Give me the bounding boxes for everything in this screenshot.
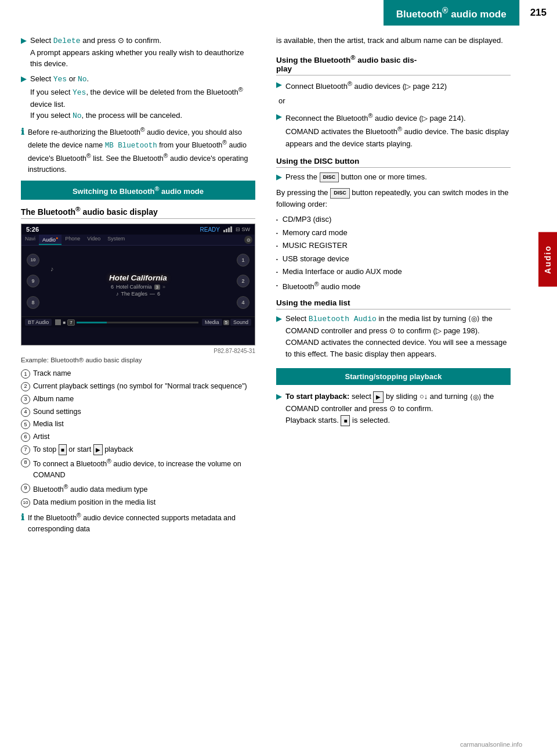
nav-video: Video bbox=[84, 235, 104, 245]
subsection-heading-basic-display: The Bluetooth® audio basic display bbox=[21, 206, 255, 219]
progress-bar bbox=[77, 322, 198, 323]
left-column: ▶ Select Delete and press ⊙ to confirm. … bbox=[0, 35, 267, 538]
arrow-icon-playback: ▶ bbox=[276, 391, 282, 426]
display-center: 10 9 8 ♪ Hotel California 6 Hotel Califo… bbox=[21, 246, 255, 316]
display-arrow-right: » bbox=[162, 284, 165, 290]
arrow-icon-2: ▶ bbox=[21, 73, 27, 122]
num-item-10: 10 Data medium position in the media lis… bbox=[21, 497, 255, 508]
dot-icon-memory: • bbox=[276, 230, 278, 239]
display-music-icon: ♪ bbox=[116, 291, 119, 297]
info-note-bottom-content: If the Bluetooth® audio device connected… bbox=[28, 511, 255, 535]
display-album-name: Hotel California bbox=[116, 284, 152, 290]
ctrl-btn-10: 10 bbox=[27, 254, 39, 267]
bullet-delete: ▶ Select Delete and press ⊙ to confirm. … bbox=[21, 35, 255, 70]
footer: carmanualsonline.info bbox=[460, 741, 522, 748]
num-item-1: 1 Track name bbox=[21, 368, 255, 379]
display-note-icon: ♪ bbox=[50, 265, 54, 272]
subsection-media-list: Using the media list ▶ Select Bluetooth … bbox=[276, 298, 511, 361]
info-icon-bottom: ℹ bbox=[21, 511, 24, 535]
num-item-6: 6 Artist bbox=[21, 431, 255, 442]
display-image: 5:26 READY ⊟ SW Navi Audio● Pho bbox=[21, 224, 255, 345]
image-caption: Example: Bluetooth® audio basic display bbox=[21, 357, 255, 363]
dot-item-bt-audio: • Bluetooth® audio mode bbox=[276, 279, 511, 293]
num-item-3: 3 Album name bbox=[21, 394, 255, 405]
num-circle-1: 1 bbox=[21, 369, 30, 379]
main-content: ▶ Select Delete and press ⊙ to confirm. … bbox=[0, 26, 557, 538]
display-time: 5:26 bbox=[26, 226, 39, 233]
bullet-delete-content: Select Delete and press ⊙ to confirm. A … bbox=[30, 35, 255, 70]
display-icons-extra: ⊟ SW bbox=[236, 226, 250, 232]
header-title: Bluetooth® audio mode bbox=[396, 6, 507, 20]
display-artist-name: The Eagles bbox=[121, 291, 147, 297]
num-circle-10: 10 bbox=[21, 498, 30, 507]
header-page-number: 215 bbox=[519, 0, 557, 26]
dot-icon-music-reg: • bbox=[276, 243, 278, 251]
dot-icon-bt-audio: • bbox=[276, 282, 278, 293]
bullet-media-list: ▶ Select Bluetooth Audio in the media li… bbox=[276, 313, 511, 361]
num-circle-2: 2 bbox=[21, 382, 30, 391]
bullet-yes-no-content: Select Yes or No. If you select Yes, the… bbox=[30, 73, 255, 122]
bottom-controls: ■ 7 bbox=[55, 319, 198, 326]
nav-navi: Navi bbox=[21, 235, 39, 245]
header-title-bar: Bluetooth® audio mode 215 bbox=[384, 0, 557, 26]
bottom-media: Media bbox=[202, 319, 222, 326]
dot-item-usb: • USB storage device bbox=[276, 253, 511, 265]
num-item-2: 2 Current playback settings (no symbol f… bbox=[21, 381, 255, 392]
num-circle-5: 5 bbox=[21, 420, 30, 429]
display-track-name: Hotel California bbox=[109, 273, 167, 282]
info-bullet-1: ℹ Before re-authorizing the Bluetooth® a… bbox=[21, 125, 255, 175]
progress-num: ■ bbox=[63, 320, 66, 325]
display-album-row: 6 Hotel California 3 » bbox=[111, 284, 165, 290]
arrow-icon-connect: ▶ bbox=[276, 79, 282, 92]
display-status: READY ⊟ SW bbox=[200, 226, 250, 233]
header: Bluetooth® audio mode 215 bbox=[0, 0, 557, 26]
num-circle-6: 6 bbox=[21, 433, 30, 442]
bottom-sound: Sound bbox=[230, 319, 251, 326]
ctrl-btn-9: 9 bbox=[27, 275, 39, 287]
display-ready: READY bbox=[200, 226, 220, 233]
subsection-title-disc: Using the DISC button bbox=[276, 157, 511, 168]
image-reference: P82.87-8245-31 bbox=[21, 348, 255, 354]
info-icon-1: ℹ bbox=[21, 125, 24, 175]
ctrl-btn-4: 4 bbox=[237, 296, 249, 309]
num-circle-3: 3 bbox=[21, 395, 30, 404]
num-circle-9: 9 bbox=[21, 484, 30, 493]
info-content-1: Before re-authorizing the Bluetooth® aud… bbox=[28, 125, 255, 175]
bullet-connect-bt: ▶ Connect Bluetooth® audio devices (▷ pa… bbox=[276, 79, 511, 92]
right-column: is available, then the artist, track and… bbox=[267, 35, 536, 538]
arrow-icon-reconnect: ▶ bbox=[276, 111, 282, 150]
nav-phone: Phone bbox=[62, 235, 84, 245]
num-circle-4: 4 bbox=[21, 408, 30, 417]
bottom-num-5: 5 bbox=[223, 320, 229, 325]
progress-num-7: 7 bbox=[67, 319, 74, 326]
continuation-text: is available, then the artist, track and… bbox=[276, 35, 511, 46]
num-item-9: 9 Bluetooth® audio data medium type bbox=[21, 483, 255, 495]
bullet-start-playback: ▶ To start playback: select ▶ by sliding… bbox=[276, 391, 511, 426]
arrow-icon-disc: ▶ bbox=[276, 171, 282, 183]
num-item-8: 8 To connect a Bluetooth® audio device, … bbox=[21, 457, 255, 481]
display-main-area: ♪ Hotel California 6 Hotel California 3 … bbox=[45, 246, 232, 316]
dot-item-media-if: • Media Interface or audio AUX mode bbox=[276, 266, 511, 278]
display-bottom-bar: BT Audio ■ 7 Media 5 Sound bbox=[21, 316, 255, 327]
nav-audio: Audio● bbox=[39, 235, 62, 245]
display-num-6b: 6 bbox=[157, 291, 160, 297]
dot-item-cd: • CD/MP3 (disc) bbox=[276, 214, 511, 225]
signal-bars-icon bbox=[223, 226, 232, 232]
dot-icon-media-if: • bbox=[276, 269, 278, 278]
nav-circle: ⊙ bbox=[244, 236, 252, 244]
bullet-yes-no: ▶ Select Yes or No. If you select Yes, t… bbox=[21, 73, 255, 122]
num-item-4: 4 Sound settings bbox=[21, 406, 255, 417]
or-text: or bbox=[278, 95, 511, 107]
progress-fill bbox=[77, 322, 107, 323]
dot-item-music-reg: • MUSIC REGISTER bbox=[276, 240, 511, 251]
display-right-controls: 1 2 4 bbox=[232, 246, 255, 316]
dot-icon-usb: • bbox=[276, 256, 278, 265]
num-item-7: 7 To stop ■ or start ▶ playback bbox=[21, 444, 255, 455]
display-num-6: — bbox=[150, 291, 155, 297]
subsection-title-basic: Using the Bluetooth® audio basic dis-pla… bbox=[276, 53, 511, 75]
num-circle-7: 7 bbox=[21, 445, 30, 455]
display-nav-bar: Navi Audio● Phone Video System ⊙ bbox=[21, 235, 255, 246]
dot-icon-cd: • bbox=[276, 217, 278, 225]
nav-system: System bbox=[104, 235, 128, 245]
display-top-bar: 5:26 READY ⊟ SW bbox=[21, 224, 255, 235]
